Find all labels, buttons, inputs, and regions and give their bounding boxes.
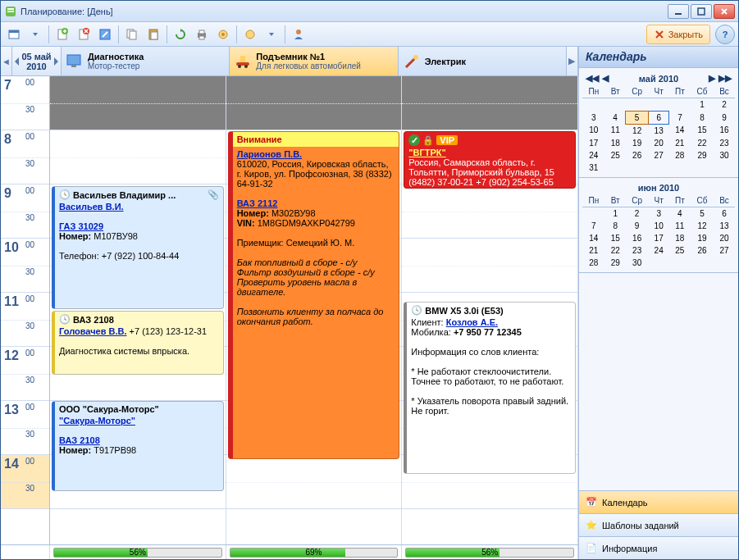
svg-rect-13 bbox=[130, 31, 136, 39]
column-lift[interactable]: Внимание Ларионов П.В. 610020, Россия, К… bbox=[226, 76, 403, 544]
document-icon: 📄 bbox=[586, 543, 597, 553]
svg-rect-15 bbox=[151, 32, 157, 39]
settings-button[interactable] bbox=[213, 25, 233, 44]
print-button[interactable] bbox=[192, 25, 212, 44]
minimize-button[interactable] bbox=[668, 4, 689, 19]
load-diagnostics: 56% bbox=[50, 545, 226, 559]
svg-point-29 bbox=[413, 55, 418, 60]
column-header-electric[interactable]: Электрик bbox=[399, 47, 567, 75]
sidebar-nav-templates[interactable]: ⭐ Шаблоны заданий bbox=[579, 513, 738, 536]
car-link[interactable]: ВАЗ 2112 bbox=[237, 198, 278, 208]
close-window-button[interactable] bbox=[714, 4, 735, 19]
delete-button[interactable] bbox=[74, 25, 94, 44]
car-link[interactable]: ГАЗ 31029 bbox=[59, 221, 103, 231]
calendar-icon: 📅 bbox=[586, 497, 597, 508]
load-electric: 56% bbox=[402, 545, 578, 559]
car-link[interactable]: ВАЗ 2108 bbox=[59, 435, 100, 445]
clock-icon: 🕓 bbox=[411, 305, 422, 316]
window-title: Планирование: [День] bbox=[21, 7, 668, 16]
check-icon: ✓ bbox=[408, 134, 420, 146]
svg-rect-18 bbox=[199, 36, 204, 39]
column-header-lift[interactable]: Подъемник №1Для легковых автомобилей bbox=[230, 47, 398, 75]
svg-rect-28 bbox=[240, 56, 245, 62]
svg-rect-6 bbox=[9, 30, 19, 33]
cal-next-year[interactable]: ▶▶ bbox=[717, 73, 733, 84]
sidebar-nav-info[interactable]: 📄 Информация bbox=[579, 536, 738, 559]
wand-icon bbox=[402, 52, 422, 71]
appointment-bmw[interactable]: 🕓BMW X5 3.0i (E53) Клиент: Козлов А.Е. М… bbox=[404, 302, 576, 474]
copy-button[interactable] bbox=[122, 25, 142, 44]
client-link[interactable]: "Сакура-Моторс" bbox=[59, 416, 135, 426]
view-dropdown-button[interactable] bbox=[25, 25, 45, 44]
clock-icon: 🕓 bbox=[59, 189, 71, 200]
titlebar: Планирование: [День] bbox=[1, 1, 738, 22]
svg-point-27 bbox=[244, 65, 248, 68]
sidebar-nav-calendar[interactable]: 📅 Календарь bbox=[579, 490, 738, 513]
appointment-warning[interactable]: Внимание Ларионов П.В. 610020, Россия, К… bbox=[228, 131, 400, 459]
close-button[interactable]: Закрыть bbox=[646, 25, 710, 44]
column-diagnostics[interactable]: 🕓Васильев Владимир ...📎 Васильев В.И. ГА… bbox=[50, 76, 226, 544]
load-lift: 69% bbox=[226, 545, 403, 559]
prev-resource-button[interactable]: ◄ bbox=[1, 47, 12, 75]
client-link[interactable]: Козлов А.Е. bbox=[446, 317, 498, 327]
user-button[interactable] bbox=[289, 25, 308, 44]
maximize-button[interactable] bbox=[691, 4, 712, 19]
clock-icon: 🕓 bbox=[59, 314, 71, 325]
svg-point-20 bbox=[221, 33, 225, 36]
calendar-may[interactable]: ПнВтСрЧтПтСбВс 12 3456789 10111213141516… bbox=[582, 85, 735, 174]
app-icon bbox=[4, 5, 17, 18]
client-link[interactable]: "ВГТРК" bbox=[408, 148, 445, 157]
cal-month-label: май 2010 bbox=[610, 74, 707, 84]
close-button-label: Закрыть bbox=[668, 30, 703, 39]
svg-point-26 bbox=[238, 65, 241, 68]
help-button[interactable]: ? bbox=[715, 25, 735, 44]
cal-prev-year[interactable]: ◀◀ bbox=[584, 73, 600, 84]
next-resource-button[interactable]: ▶ bbox=[567, 47, 578, 75]
column-header-diagnostics[interactable]: ДиагностикаМотор-тестер bbox=[62, 47, 230, 75]
svg-rect-17 bbox=[199, 30, 204, 34]
refresh-button[interactable] bbox=[171, 25, 190, 44]
appointment-vasiliev[interactable]: 🕓Васильев Владимир ...📎 Васильев В.И. ГА… bbox=[52, 186, 224, 309]
close-icon bbox=[654, 29, 665, 40]
paperclip-icon: 📎 bbox=[208, 189, 219, 200]
appointment-vip[interactable]: ✓🔒VIP "ВГТРК" Россия, Самарская область,… bbox=[404, 131, 576, 189]
lock-icon: 🔒 bbox=[422, 135, 434, 146]
edit-button[interactable] bbox=[95, 25, 115, 44]
toolbar: Закрыть ? bbox=[1, 22, 738, 47]
color-dropdown-button[interactable] bbox=[262, 25, 281, 44]
svg-point-21 bbox=[246, 30, 254, 39]
monitor-icon bbox=[65, 52, 84, 71]
cal-prev-month[interactable]: ◀ bbox=[600, 73, 610, 84]
svg-rect-1 bbox=[7, 8, 14, 10]
star-icon: ⭐ bbox=[586, 520, 597, 530]
appointment-sakura[interactable]: ООО "Сакура-Моторс" "Сакура-Моторс" ВАЗ … bbox=[52, 401, 224, 491]
new-button[interactable] bbox=[52, 25, 72, 44]
appointment-vaz2108[interactable]: 🕓ВАЗ 2108 Головачев В.В. +7 (123) 123-12… bbox=[52, 311, 224, 375]
cal-month-label-2: июн 2010 bbox=[584, 183, 733, 193]
client-link[interactable]: Васильев В.И. bbox=[59, 202, 124, 212]
svg-rect-23 bbox=[67, 55, 80, 65]
client-link[interactable]: Головачев В.В. bbox=[59, 326, 126, 336]
svg-rect-24 bbox=[71, 65, 76, 67]
svg-rect-2 bbox=[7, 11, 14, 12]
svg-rect-4 bbox=[698, 8, 705, 15]
paste-button[interactable] bbox=[144, 25, 163, 44]
svg-point-22 bbox=[296, 30, 301, 34]
cal-next-month[interactable]: ▶ bbox=[707, 73, 717, 84]
color-button[interactable] bbox=[240, 25, 260, 44]
sidebar-title: Календарь bbox=[579, 47, 738, 68]
view-button[interactable] bbox=[4, 25, 24, 44]
calendar-june[interactable]: ПнВтСрЧтПтСбВс 123456 78910111213 141516… bbox=[582, 194, 735, 269]
svg-rect-25 bbox=[236, 62, 249, 66]
svg-rect-3 bbox=[675, 13, 682, 15]
car-lift-icon bbox=[233, 52, 253, 71]
client-link[interactable]: Ларионов П.В. bbox=[237, 149, 302, 159]
column-electric[interactable]: ✓🔒VIP "ВГТРК" Россия, Самарская область,… bbox=[402, 76, 578, 544]
date-header[interactable]: 05 май 2010 bbox=[12, 47, 62, 75]
time-ruler: 70030 80030 90030 100030 110030 120030 1… bbox=[1, 76, 50, 544]
